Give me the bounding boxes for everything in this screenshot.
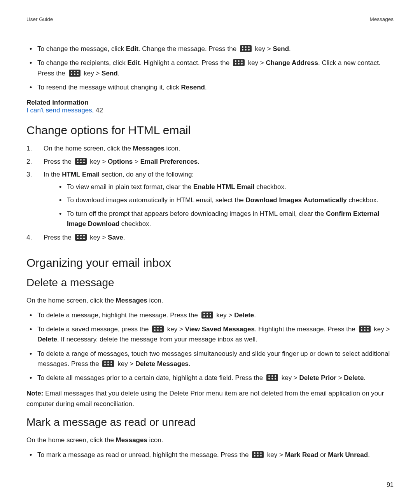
step-item: Press the key > Options > Email Preferen…: [26, 156, 394, 167]
heading-mark-read-unread: Mark a message as read or unread: [26, 416, 394, 429]
list-item: To delete a range of messages, touch two…: [26, 349, 394, 369]
sub-bullet-list: To view email in plain text format, clea…: [44, 182, 394, 229]
menu-key-icon: [102, 360, 114, 367]
list-item: To change the message, click Edit. Chang…: [26, 44, 394, 54]
paragraph: On the home screen, click the Messages i…: [26, 295, 394, 306]
note-paragraph: Note: Email messages that you delete usi…: [26, 388, 394, 409]
related-info-heading: Related information: [26, 99, 394, 107]
menu-key-icon: [69, 70, 80, 77]
menu-key-icon: [75, 234, 87, 241]
related-info-link: I can't send messages, 42: [26, 107, 394, 114]
page-number: 91: [387, 481, 394, 488]
page-header: User Guide Messages: [26, 16, 394, 22]
menu-key-icon: [152, 326, 164, 332]
step-item: On the home screen, click the Messages i…: [26, 143, 394, 154]
step-item: In the HTML Email section, do any of the…: [26, 169, 394, 229]
steps-list: On the home screen, click the Messages i…: [26, 143, 394, 243]
step-item: Press the key > Save.: [26, 232, 394, 243]
heading-change-html-options: Change options for HTML email: [26, 124, 394, 137]
intro-bullet-list: To change the message, click Edit. Chang…: [26, 44, 394, 93]
list-item: To download images automatically in HTML…: [56, 195, 394, 205]
link-cant-send[interactable]: I can't send messages,: [26, 107, 94, 114]
menu-key-icon: [252, 451, 264, 458]
delete-bullet-list: To delete a message, highlight the messa…: [26, 310, 394, 383]
list-item: To mark a message as read or unread, hig…: [26, 450, 394, 460]
menu-key-icon: [240, 45, 252, 52]
list-item: To delete a saved message, press the key…: [26, 324, 394, 345]
list-item: To change the recipients, click Edit. Hi…: [26, 58, 394, 79]
paragraph: On the home screen, click the Messages i…: [26, 435, 394, 445]
list-item: To delete all messages prior to a certai…: [26, 373, 394, 383]
menu-key-icon: [266, 374, 278, 381]
list-item: To view email in plain text format, clea…: [56, 182, 394, 192]
heading-organizing-inbox: Organizing your email inbox: [26, 256, 394, 270]
mark-bullet-list: To mark a message as read or unread, hig…: [26, 450, 394, 460]
header-right: Messages: [369, 16, 394, 22]
menu-key-icon: [201, 312, 213, 318]
header-left: User Guide: [26, 16, 53, 22]
menu-key-icon: [233, 59, 245, 66]
menu-key-icon: [75, 158, 87, 165]
list-item: To turn off the prompt that appears befo…: [56, 209, 394, 229]
list-item: To delete a message, highlight the messa…: [26, 310, 394, 320]
heading-delete-message: Delete a message: [26, 276, 394, 289]
list-item: To resend the message without changing i…: [26, 82, 394, 93]
document-page: User Guide Messages To change the messag…: [0, 0, 420, 504]
menu-key-icon: [359, 326, 371, 332]
